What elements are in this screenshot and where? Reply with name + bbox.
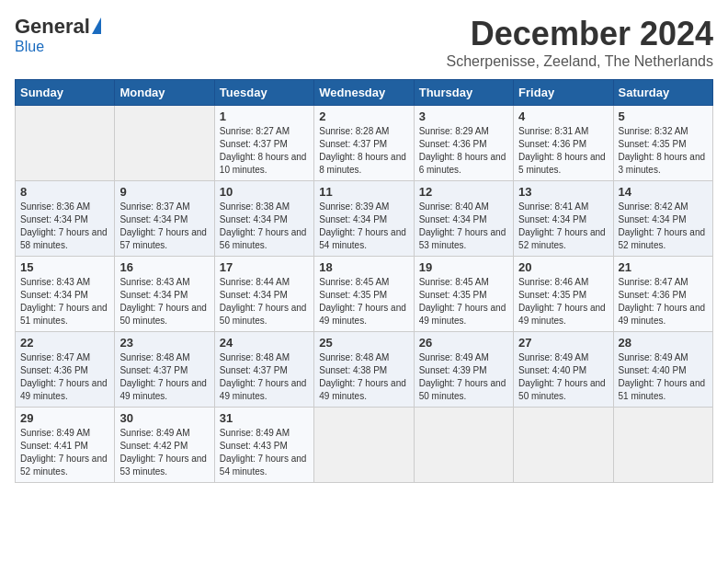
calendar-week-row: 1Sunrise: 8:27 AMSunset: 4:37 PMDaylight… bbox=[16, 106, 713, 181]
day-number: 19 bbox=[419, 260, 508, 274]
day-info: Sunrise: 8:49 AMSunset: 4:40 PMDaylight:… bbox=[518, 351, 608, 403]
weekday-header-monday: Monday bbox=[115, 80, 214, 106]
calendar-cell bbox=[414, 408, 513, 483]
calendar-cell: 14Sunrise: 8:42 AMSunset: 4:34 PMDayligh… bbox=[613, 181, 712, 257]
weekday-header-tuesday: Tuesday bbox=[214, 80, 313, 106]
day-info: Sunrise: 8:27 AMSunset: 4:37 PMDaylight:… bbox=[220, 125, 309, 177]
calendar-cell: 23Sunrise: 8:48 AMSunset: 4:37 PMDayligh… bbox=[115, 332, 214, 408]
calendar-cell: 11Sunrise: 8:39 AMSunset: 4:34 PMDayligh… bbox=[314, 181, 414, 257]
weekday-header-wednesday: Wednesday bbox=[314, 80, 414, 106]
day-number: 30 bbox=[119, 411, 209, 425]
day-number: 21 bbox=[619, 260, 708, 274]
day-number: 29 bbox=[20, 411, 109, 425]
calendar-cell: 8Sunrise: 8:36 AMSunset: 4:34 PMDaylight… bbox=[16, 181, 115, 257]
weekday-header-thursday: Thursday bbox=[414, 80, 513, 106]
logo-blue-text: Blue bbox=[15, 39, 44, 55]
calendar-cell: 25Sunrise: 8:48 AMSunset: 4:38 PMDayligh… bbox=[314, 332, 414, 408]
calendar-week-row: 29Sunrise: 8:49 AMSunset: 4:41 PMDayligh… bbox=[16, 408, 713, 483]
day-number: 17 bbox=[220, 260, 309, 274]
calendar-header: SundayMondayTuesdayWednesdayThursdayFrid… bbox=[16, 80, 713, 106]
calendar-cell: 20Sunrise: 8:46 AMSunset: 4:35 PMDayligh… bbox=[514, 257, 613, 332]
calendar-cell: 9Sunrise: 8:37 AMSunset: 4:34 PMDaylight… bbox=[115, 181, 214, 257]
logo: General Blue bbox=[15, 15, 101, 55]
day-info: Sunrise: 8:48 AMSunset: 4:37 PMDaylight:… bbox=[119, 351, 209, 403]
calendar-cell: 17Sunrise: 8:44 AMSunset: 4:34 PMDayligh… bbox=[214, 257, 313, 332]
day-number: 3 bbox=[419, 109, 508, 123]
calendar-cell bbox=[314, 408, 414, 483]
day-info: Sunrise: 8:29 AMSunset: 4:36 PMDaylight:… bbox=[419, 125, 508, 177]
day-info: Sunrise: 8:45 AMSunset: 4:35 PMDaylight:… bbox=[319, 276, 408, 327]
day-number: 11 bbox=[319, 185, 408, 199]
day-number: 8 bbox=[20, 185, 109, 199]
day-number: 10 bbox=[220, 185, 309, 199]
day-info: Sunrise: 8:49 AMSunset: 4:42 PMDaylight:… bbox=[119, 427, 209, 478]
day-number: 2 bbox=[319, 109, 408, 123]
calendar-cell bbox=[613, 408, 712, 483]
day-info: Sunrise: 8:40 AMSunset: 4:34 PMDaylight:… bbox=[419, 201, 508, 252]
day-info: Sunrise: 8:44 AMSunset: 4:34 PMDaylight:… bbox=[220, 276, 309, 327]
day-info: Sunrise: 8:31 AMSunset: 4:36 PMDaylight:… bbox=[518, 125, 608, 177]
month-title: December 2024 bbox=[446, 15, 713, 53]
day-info: Sunrise: 8:32 AMSunset: 4:35 PMDaylight:… bbox=[619, 125, 708, 177]
calendar-cell: 5Sunrise: 8:32 AMSunset: 4:35 PMDaylight… bbox=[613, 106, 712, 181]
day-info: Sunrise: 8:36 AMSunset: 4:34 PMDaylight:… bbox=[20, 201, 109, 252]
day-number: 1 bbox=[220, 109, 309, 123]
logo-triangle-icon bbox=[92, 17, 101, 34]
day-info: Sunrise: 8:38 AMSunset: 4:34 PMDaylight:… bbox=[220, 201, 309, 252]
day-info: Sunrise: 8:48 AMSunset: 4:37 PMDaylight:… bbox=[220, 351, 309, 403]
weekday-header-row: SundayMondayTuesdayWednesdayThursdayFrid… bbox=[16, 80, 713, 106]
day-info: Sunrise: 8:49 AMSunset: 4:39 PMDaylight:… bbox=[419, 351, 508, 403]
weekday-header-saturday: Saturday bbox=[613, 80, 712, 106]
day-info: Sunrise: 8:42 AMSunset: 4:34 PMDaylight:… bbox=[619, 201, 708, 252]
day-number: 18 bbox=[319, 260, 408, 274]
day-number: 31 bbox=[220, 411, 309, 425]
day-info: Sunrise: 8:41 AMSunset: 4:34 PMDaylight:… bbox=[518, 201, 608, 252]
day-number: 16 bbox=[119, 260, 209, 274]
calendar-cell: 18Sunrise: 8:45 AMSunset: 4:35 PMDayligh… bbox=[314, 257, 414, 332]
calendar-cell: 29Sunrise: 8:49 AMSunset: 4:41 PMDayligh… bbox=[16, 408, 115, 483]
calendar-cell: 19Sunrise: 8:45 AMSunset: 4:35 PMDayligh… bbox=[414, 257, 513, 332]
calendar-cell: 2Sunrise: 8:28 AMSunset: 4:37 PMDaylight… bbox=[314, 106, 414, 181]
day-number: 26 bbox=[419, 336, 508, 350]
calendar-week-row: 22Sunrise: 8:47 AMSunset: 4:36 PMDayligh… bbox=[16, 332, 713, 408]
day-info: Sunrise: 8:48 AMSunset: 4:38 PMDaylight:… bbox=[319, 351, 408, 403]
day-info: Sunrise: 8:46 AMSunset: 4:35 PMDaylight:… bbox=[518, 276, 608, 327]
day-number: 15 bbox=[20, 260, 109, 274]
calendar-cell bbox=[514, 408, 613, 483]
calendar-cell bbox=[16, 106, 115, 181]
page-header: General Blue December 2024 Scherpenisse,… bbox=[15, 15, 713, 70]
weekday-header-friday: Friday bbox=[514, 80, 613, 106]
day-number: 27 bbox=[518, 336, 608, 350]
calendar-cell: 4Sunrise: 8:31 AMSunset: 4:36 PMDaylight… bbox=[514, 106, 613, 181]
calendar-cell: 15Sunrise: 8:43 AMSunset: 4:34 PMDayligh… bbox=[16, 257, 115, 332]
day-info: Sunrise: 8:49 AMSunset: 4:40 PMDaylight:… bbox=[619, 351, 708, 403]
calendar-cell: 3Sunrise: 8:29 AMSunset: 4:36 PMDaylight… bbox=[414, 106, 513, 181]
day-number: 23 bbox=[119, 336, 209, 350]
location-title: Scherpenisse, Zeeland, The Netherlands bbox=[446, 53, 713, 70]
calendar-cell: 24Sunrise: 8:48 AMSunset: 4:37 PMDayligh… bbox=[214, 332, 313, 408]
day-info: Sunrise: 8:43 AMSunset: 4:34 PMDaylight:… bbox=[20, 276, 109, 327]
calendar-cell: 28Sunrise: 8:49 AMSunset: 4:40 PMDayligh… bbox=[613, 332, 712, 408]
day-number: 20 bbox=[518, 260, 608, 274]
day-info: Sunrise: 8:28 AMSunset: 4:37 PMDaylight:… bbox=[319, 125, 408, 177]
day-number: 25 bbox=[319, 336, 408, 350]
calendar-cell: 12Sunrise: 8:40 AMSunset: 4:34 PMDayligh… bbox=[414, 181, 513, 257]
calendar-cell: 27Sunrise: 8:49 AMSunset: 4:40 PMDayligh… bbox=[514, 332, 613, 408]
calendar-week-row: 15Sunrise: 8:43 AMSunset: 4:34 PMDayligh… bbox=[16, 257, 713, 332]
calendar-cell: 13Sunrise: 8:41 AMSunset: 4:34 PMDayligh… bbox=[514, 181, 613, 257]
calendar-cell: 16Sunrise: 8:43 AMSunset: 4:34 PMDayligh… bbox=[115, 257, 214, 332]
calendar-cell: 31Sunrise: 8:49 AMSunset: 4:43 PMDayligh… bbox=[214, 408, 313, 483]
day-number: 24 bbox=[220, 336, 309, 350]
day-info: Sunrise: 8:39 AMSunset: 4:34 PMDaylight:… bbox=[319, 201, 408, 252]
calendar-week-row: 8Sunrise: 8:36 AMSunset: 4:34 PMDaylight… bbox=[16, 181, 713, 257]
calendar-cell: 30Sunrise: 8:49 AMSunset: 4:42 PMDayligh… bbox=[115, 408, 214, 483]
calendar-table: SundayMondayTuesdayWednesdayThursdayFrid… bbox=[15, 79, 713, 483]
calendar-body: 1Sunrise: 8:27 AMSunset: 4:37 PMDaylight… bbox=[16, 106, 713, 483]
calendar-cell: 21Sunrise: 8:47 AMSunset: 4:36 PMDayligh… bbox=[613, 257, 712, 332]
day-number: 9 bbox=[119, 185, 209, 199]
weekday-header-sunday: Sunday bbox=[16, 80, 115, 106]
day-info: Sunrise: 8:45 AMSunset: 4:35 PMDaylight:… bbox=[419, 276, 508, 327]
day-info: Sunrise: 8:37 AMSunset: 4:34 PMDaylight:… bbox=[119, 201, 209, 252]
day-info: Sunrise: 8:47 AMSunset: 4:36 PMDaylight:… bbox=[20, 351, 109, 403]
day-number: 12 bbox=[419, 185, 508, 199]
